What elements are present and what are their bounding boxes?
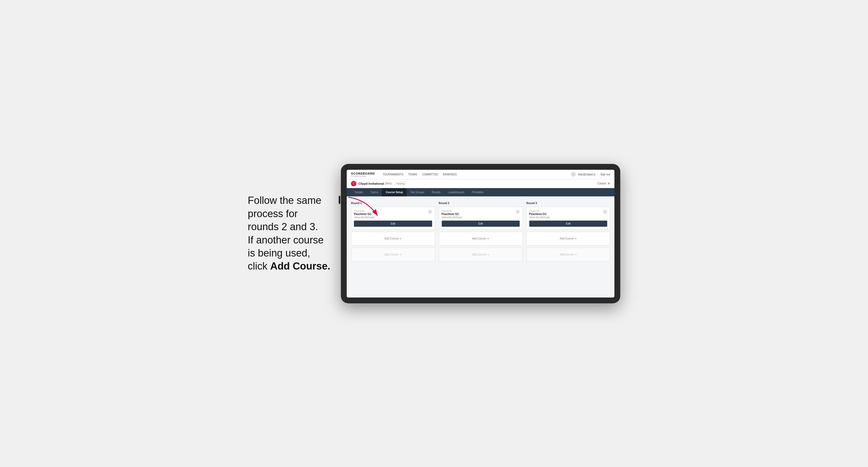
annotation-bold: Add Course. xyxy=(270,260,330,272)
annotation-line2: process for xyxy=(248,208,298,219)
round-2-add-course-1[interactable]: Add Course + xyxy=(439,232,523,246)
nav-rankings[interactable]: RANKINGS xyxy=(443,173,457,177)
round-2-delete-button[interactable]: ⊡ xyxy=(516,210,520,214)
sign-out-link[interactable]: Sign out xyxy=(600,173,610,176)
round-2-course-details: Yellow (M) (6629 yds) xyxy=(442,216,462,218)
round-2-label: Round 2 xyxy=(439,202,523,205)
annotation-text: Follow the same process for rounds 2 and… xyxy=(248,194,330,273)
plus-icon-5: + xyxy=(575,237,577,241)
rounds-grid: Round 1 (Course A) Peachtree GC Yellow (… xyxy=(351,202,610,264)
user-email: blair@clippd.io xyxy=(578,173,595,176)
nav-links: TOURNAMENTS TEAMS COMMITTEE RANKINGS xyxy=(383,173,566,177)
round-1-course-name: Peachtree GC xyxy=(354,213,374,216)
round-2-add-course-label-2: Add Course + xyxy=(472,253,489,256)
round-2-course-label: (Course A) xyxy=(442,210,462,212)
round-1-column: Round 1 (Course A) Peachtree GC Yellow (… xyxy=(351,202,435,264)
round-3-course-label: (Course A) xyxy=(529,210,550,212)
tab-teams[interactable]: Teams xyxy=(367,188,382,196)
logo-sub: Powered by clippd xyxy=(351,175,375,177)
nav-committee[interactable]: COMMITTEE xyxy=(422,173,438,177)
round-3-edit-button[interactable]: Edit xyxy=(529,221,607,227)
user-avatar xyxy=(571,172,576,177)
annotation-line1: Follow the same xyxy=(248,195,321,206)
tab-leaderboards[interactable]: Leaderboards xyxy=(444,188,468,196)
round-2-add-course-2: Add Course + xyxy=(439,248,523,261)
plus-icon-4: + xyxy=(487,253,489,256)
round-2-course-header: (Course A) Peachtree GC Yellow (M) (6629… xyxy=(442,210,520,218)
round-2-course-card: (Course A) Peachtree GC Yellow (M) (6629… xyxy=(439,207,523,230)
tablet-button xyxy=(339,196,340,204)
round-2-add-course-label-1: Add Course + xyxy=(472,237,489,241)
clippd-logo: C xyxy=(351,181,356,186)
hosting-badge: Hosting xyxy=(395,182,407,185)
sub-header: C Clippd Invitational (Men) Hosting Canc… xyxy=(347,179,614,188)
tab-printables[interactable]: Printables xyxy=(468,188,487,196)
annotation-line5: is being used, xyxy=(248,247,310,259)
round-1-course-info: (Course A) Peachtree GC Yellow (M) (6629… xyxy=(354,210,374,218)
logo-area: SCOREBOARD Powered by clippd xyxy=(351,172,375,177)
round-1-add-course-label-1: Add Course + xyxy=(384,237,402,241)
tab-course-setup[interactable]: Course Setup xyxy=(382,188,407,196)
tab-details[interactable]: Details xyxy=(351,188,367,196)
cancel-button[interactable]: Cancel xyxy=(598,182,606,185)
round-1-edit-button[interactable]: Edit xyxy=(354,221,432,227)
sub-header-right: Cancel ✕ xyxy=(598,182,610,185)
round-1-add-course-2: Add Course + xyxy=(351,248,435,261)
nav-teams[interactable]: TEAMS xyxy=(408,173,417,177)
round-2-course-name: Peachtree GC xyxy=(442,213,462,216)
round-1-label: Round 1 xyxy=(351,202,435,205)
tournament-name: Clippd Invitational xyxy=(359,182,384,185)
plus-icon-2: + xyxy=(400,253,402,256)
round-3-course-header: (Course A) Peachtree GC Yellow (M) (6629… xyxy=(529,210,607,218)
round-3-course-card: (Course A) Peachtree GC Yellow (M) (6629… xyxy=(526,207,610,230)
round-1-delete-button[interactable]: ⊡ xyxy=(428,210,432,214)
round-3-column: Round 3 (Course A) Peachtree GC Yellow (… xyxy=(526,202,610,264)
round-3-course-info: (Course A) Peachtree GC Yellow (M) (6629… xyxy=(529,210,550,218)
plus-icon-3: + xyxy=(487,237,489,241)
close-button[interactable]: ✕ xyxy=(608,182,610,185)
main-content: Round 1 (Course A) Peachtree GC Yellow (… xyxy=(347,196,614,298)
round-2-course-info: (Course A) Peachtree GC Yellow (M) (6629… xyxy=(442,210,462,218)
annotation-line4: If another course xyxy=(248,235,323,246)
round-1-course-header: (Course A) Peachtree GC Yellow (M) (6629… xyxy=(354,210,432,218)
separator: | xyxy=(598,173,598,176)
round-1-course-details: Yellow (M) (6629 yds) xyxy=(354,216,374,218)
round-3-course-name: Peachtree GC xyxy=(529,213,550,216)
round-3-add-course-2: Add Course + xyxy=(526,248,610,261)
top-nav-right: blair@clippd.io | Sign out xyxy=(571,172,610,177)
round-1-add-course-1[interactable]: Add Course + xyxy=(351,232,435,246)
plus-icon-1: + xyxy=(400,237,402,241)
logo-scoreboard: SCOREBOARD xyxy=(351,172,375,175)
round-2-edit-button[interactable]: Edit xyxy=(442,221,520,227)
round-3-label: Round 3 xyxy=(526,202,610,205)
tab-tee-groups[interactable]: Tee Groups xyxy=(407,188,428,196)
annotation-line6: click xyxy=(248,260,270,272)
round-1-course-card: (Course A) Peachtree GC Yellow (M) (6629… xyxy=(351,207,435,230)
round-1-add-course-label-2: Add Course + xyxy=(384,253,402,256)
round-3-add-course-label-1: Add Course + xyxy=(560,237,577,241)
plus-icon-6: + xyxy=(575,253,577,256)
tab-results[interactable]: Results xyxy=(428,188,444,196)
tablet-device: SCOREBOARD Powered by clippd TOURNAMENTS… xyxy=(341,164,620,303)
tab-bar: Details Teams Course Setup Tee Groups Re… xyxy=(347,188,614,196)
top-navigation: SCOREBOARD Powered by clippd TOURNAMENTS… xyxy=(347,170,614,179)
tournament-gender: (Men) xyxy=(385,182,392,185)
round-3-delete-button[interactable]: ⊡ xyxy=(603,210,607,214)
round-2-column: Round 2 (Course A) Peachtree GC Yellow (… xyxy=(439,202,523,264)
nav-tournaments[interactable]: TOURNAMENTS xyxy=(383,173,403,177)
annotation-line3: rounds 2 and 3. xyxy=(248,221,318,232)
round-3-add-course-1[interactable]: Add Course + xyxy=(526,232,610,246)
round-3-add-course-label-2: Add Course + xyxy=(560,253,577,256)
round-1-course-label: (Course A) xyxy=(354,210,374,212)
round-3-course-details: Yellow (M) (6629 yds) xyxy=(529,216,550,218)
tablet-screen: SCOREBOARD Powered by clippd TOURNAMENTS… xyxy=(347,170,614,298)
